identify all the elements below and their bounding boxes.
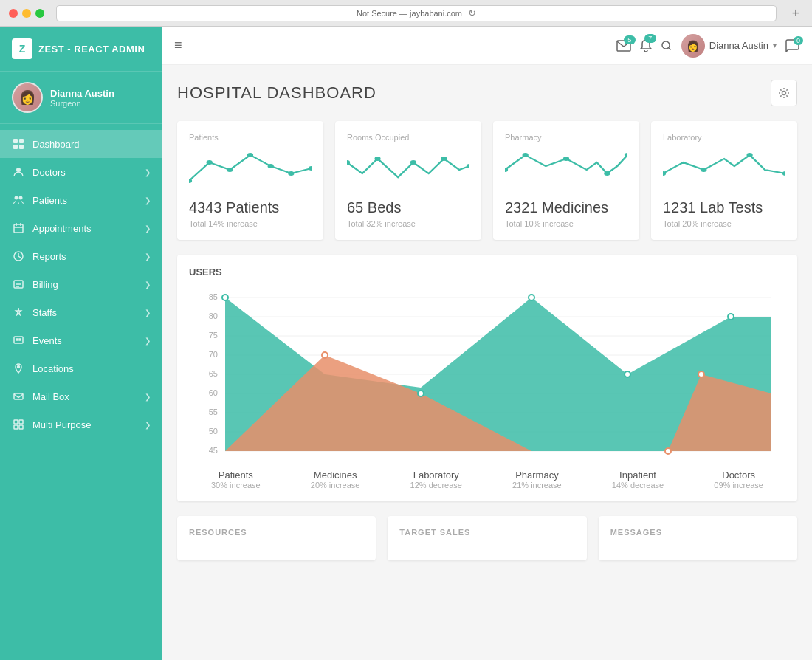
content-area: HOSPITAL DASHBOARD Patients bbox=[162, 65, 812, 660]
svg-rect-10 bbox=[14, 337, 23, 343]
target-sales-title: TARGET SALES bbox=[399, 528, 574, 537]
svg-rect-0 bbox=[13, 139, 18, 143]
sidebar-item-multipurpose[interactable]: Multi Purpose ❯ bbox=[0, 410, 162, 439]
mail-button[interactable]: 5 bbox=[616, 40, 631, 52]
sidebar-item-mailbox[interactable]: Mail Box ❯ bbox=[0, 382, 162, 410]
sidebar-item-appointments[interactable]: Appointments ❯ bbox=[0, 214, 162, 242]
address-text: Not Secure — jaybabani.com bbox=[357, 9, 462, 18]
page-header: HOSPITAL DASHBOARD bbox=[177, 80, 797, 106]
svg-point-13 bbox=[18, 366, 20, 368]
refresh-icon[interactable]: ↻ bbox=[468, 7, 476, 18]
close-button[interactable] bbox=[9, 9, 18, 18]
svg-point-41 bbox=[746, 153, 752, 157]
svg-text:60: 60 bbox=[209, 388, 218, 397]
stat-change: Total 32% increase bbox=[347, 219, 469, 228]
sidebar-item-events[interactable]: Events ❯ bbox=[0, 326, 162, 354]
notifications-badge: 7 bbox=[644, 34, 656, 43]
avatar: 👩 bbox=[12, 82, 43, 113]
chevron-right-icon: ❯ bbox=[145, 421, 151, 429]
sidebar-item-label: Locations bbox=[32, 363, 74, 374]
chart-label-doctors: Doctors 09% increase bbox=[714, 470, 763, 489]
stat-chart-patients bbox=[189, 148, 312, 192]
svg-text:55: 55 bbox=[209, 408, 218, 416]
target-sales-card: TARGET SALES bbox=[388, 516, 586, 560]
svg-text:45: 45 bbox=[209, 446, 218, 455]
sidebar-item-label: Billing bbox=[32, 279, 58, 290]
svg-point-70 bbox=[665, 448, 671, 454]
chevron-right-icon: ❯ bbox=[145, 309, 151, 317]
svg-text:50: 50 bbox=[209, 427, 218, 436]
avatar-image: 👩 bbox=[13, 83, 41, 111]
svg-point-67 bbox=[728, 314, 734, 320]
svg-point-5 bbox=[15, 196, 18, 200]
profile-role: Surgeon bbox=[50, 99, 114, 108]
svg-rect-16 bbox=[19, 420, 23, 424]
chart-container: 85 80 75 70 65 60 55 50 45 bbox=[189, 286, 785, 464]
reports-icon bbox=[12, 250, 25, 263]
multipurpose-icon bbox=[12, 418, 25, 431]
sidebar-item-doctors[interactable]: Doctors ❯ bbox=[0, 158, 162, 186]
app-name: ZEST - REACT ADMIN bbox=[38, 44, 145, 55]
svg-point-35 bbox=[523, 153, 529, 157]
stat-card-laboratory: Laboratory 1231 Lab Tests Total 20% incr… bbox=[651, 121, 797, 240]
mail-badge: 5 bbox=[624, 35, 636, 44]
settings-button[interactable] bbox=[771, 80, 797, 106]
chart-x-labels: Patients 30% increase Medicines 20% incr… bbox=[189, 464, 785, 489]
sidebar-item-reports[interactable]: Reports ❯ bbox=[0, 242, 162, 270]
sidebar-item-staffs[interactable]: Staffs ❯ bbox=[0, 298, 162, 326]
sidebar-item-label: Doctors bbox=[32, 167, 66, 178]
stat-change: Total 14% increase bbox=[189, 219, 312, 228]
mailbox-icon bbox=[12, 390, 25, 403]
stat-chart-laboratory bbox=[663, 148, 785, 192]
sidebar-item-patients[interactable]: Patients ❯ bbox=[0, 186, 162, 214]
billing-icon bbox=[12, 278, 25, 291]
svg-rect-3 bbox=[19, 145, 24, 149]
svg-point-68 bbox=[322, 352, 328, 358]
chevron-right-icon: ❯ bbox=[145, 224, 151, 233]
chart-title: USERS bbox=[189, 267, 785, 278]
svg-rect-11 bbox=[16, 339, 18, 340]
sidebar-item-label: Staffs bbox=[32, 307, 57, 318]
messages-card: MESSAGES bbox=[599, 516, 797, 560]
stat-card-rooms: Rooms Occupied 65 Beds Total 32% increas… bbox=[335, 121, 481, 240]
chat-badge: 0 bbox=[794, 36, 803, 45]
hamburger-icon[interactable]: ≡ bbox=[174, 38, 182, 53]
svg-text:85: 85 bbox=[209, 292, 218, 301]
svg-point-30 bbox=[374, 157, 380, 161]
sidebar-logo: Z ZEST - REACT ADMIN bbox=[0, 27, 162, 72]
svg-text:65: 65 bbox=[209, 369, 218, 378]
topbar-user[interactable]: 👩 Dianna Austin ▾ bbox=[681, 34, 777, 58]
sidebar-item-locations[interactable]: Locations bbox=[0, 354, 162, 382]
svg-point-31 bbox=[410, 160, 416, 165]
svg-point-28 bbox=[309, 166, 312, 171]
svg-text:80: 80 bbox=[209, 312, 218, 320]
chat-button[interactable]: 0 bbox=[785, 39, 800, 52]
search-button[interactable] bbox=[661, 40, 672, 52]
locations-icon bbox=[12, 362, 25, 375]
new-tab-button[interactable]: + bbox=[788, 6, 803, 21]
logo-icon: Z bbox=[12, 38, 32, 59]
stat-label: Rooms Occupied bbox=[347, 133, 469, 142]
chart-label-pharmacy: Pharmacy 21% increase bbox=[512, 470, 562, 489]
svg-point-32 bbox=[441, 157, 447, 161]
chart-label-medicines: Medicines 20% increase bbox=[311, 470, 360, 489]
svg-rect-1 bbox=[19, 139, 24, 143]
stat-chart-pharmacy bbox=[505, 148, 627, 192]
stat-change: Total 20% increase bbox=[663, 219, 785, 228]
dashboard-icon bbox=[12, 137, 25, 151]
maximize-button[interactable] bbox=[35, 9, 44, 18]
sidebar-item-dashboard[interactable]: Dashboard bbox=[0, 130, 162, 158]
address-bar[interactable]: Not Secure — jaybabani.com ↻ bbox=[56, 5, 777, 21]
svg-point-6 bbox=[19, 196, 23, 200]
svg-point-40 bbox=[701, 168, 706, 172]
sidebar-item-label: Mail Box bbox=[32, 391, 69, 402]
notifications-button[interactable]: 7 bbox=[640, 38, 652, 53]
resources-title: RESOURCES bbox=[189, 528, 364, 537]
sidebar-item-billing[interactable]: Billing ❯ bbox=[0, 270, 162, 298]
chevron-right-icon: ❯ bbox=[145, 252, 151, 261]
svg-point-69 bbox=[698, 371, 704, 377]
sidebar-item-label: Reports bbox=[32, 251, 66, 262]
doctors-icon bbox=[12, 165, 25, 179]
minimize-button[interactable] bbox=[22, 9, 31, 18]
staffs-icon bbox=[12, 306, 25, 319]
